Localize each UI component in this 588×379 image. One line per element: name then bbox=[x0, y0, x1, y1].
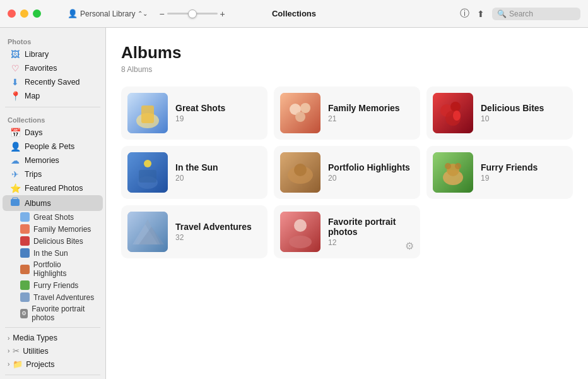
maximize-button[interactable] bbox=[33, 9, 41, 18]
album-card-in-the-sun[interactable]: In the Sun 20 bbox=[121, 146, 268, 199]
map-icon: 📍 bbox=[10, 91, 20, 101]
sidebar-sub-in-the-sun[interactable]: In the Sun bbox=[3, 247, 103, 259]
sidebar-sub-delicious-bites[interactable]: Delicious Bites bbox=[3, 235, 103, 247]
albums-icon bbox=[10, 197, 20, 209]
album-thumb-furry-friends bbox=[433, 152, 473, 193]
album-card-family-memories[interactable]: Family Memories 21 bbox=[274, 87, 420, 140]
album-info-in-the-sun: In the Sun 20 bbox=[175, 162, 261, 183]
svg-rect-0 bbox=[11, 199, 20, 206]
zoom-slider[interactable]: − + bbox=[159, 9, 225, 19]
album-info-great-shots: Great Shots 19 bbox=[175, 103, 261, 123]
svg-point-19 bbox=[294, 164, 307, 176]
album-count-badge: 21 bbox=[328, 114, 414, 123]
zoom-plus-icon[interactable]: + bbox=[220, 9, 225, 19]
chevron-right-icon: › bbox=[8, 361, 9, 368]
album-grid: Great Shots 19 Family Memories bbox=[121, 87, 573, 258]
great-shots-icon bbox=[20, 212, 30, 222]
album-count-badge: 12 bbox=[328, 238, 414, 247]
in-the-sun-icon bbox=[20, 248, 30, 258]
favorites-icon: ♡ bbox=[10, 63, 20, 73]
svg-point-23 bbox=[445, 163, 451, 169]
window-controls bbox=[8, 9, 41, 18]
svg-rect-16 bbox=[139, 170, 156, 183]
zoom-minus-icon[interactable]: − bbox=[159, 9, 164, 19]
sidebar-item-label: Featured Photos bbox=[25, 184, 83, 193]
sidebar-sub-family-memories[interactable]: Family Memories bbox=[3, 223, 103, 235]
sidebar-sub-furry-friends[interactable]: Furry Friends bbox=[3, 279, 103, 291]
svg-point-6 bbox=[300, 103, 310, 113]
trips-icon: ✈ bbox=[10, 169, 20, 179]
featured-photos-icon: ⭐ bbox=[10, 183, 20, 193]
album-thumb-in-the-sun bbox=[127, 152, 168, 193]
sidebar-item-days[interactable]: 📅 Days bbox=[3, 126, 103, 140]
app-body: Photos 🖼 Library ♡ Favorites ⬇ Recently … bbox=[0, 28, 588, 379]
share-icon[interactable]: ⬆ bbox=[477, 9, 485, 19]
sidebar-group-projects[interactable]: › 📁 Projects bbox=[3, 358, 103, 371]
travel-adventures-icon bbox=[20, 292, 30, 302]
sidebar-sub-portfolio-highlights[interactable]: Portfolio Highlights bbox=[3, 259, 103, 279]
sidebar-sub-label: Family Memories bbox=[33, 225, 91, 234]
main-content: Albums 8 Albums Great Shots 19 bbox=[106, 28, 588, 379]
recently-saved-icon: ⬇ bbox=[10, 77, 20, 87]
svg-point-7 bbox=[295, 112, 305, 122]
sidebar-sub-label: Travel Adventures bbox=[33, 293, 94, 302]
sidebar-sub-label: Great Shots bbox=[33, 213, 74, 222]
gear-icon[interactable]: ⚙ bbox=[405, 240, 414, 252]
sidebar-group-media-types[interactable]: › Media Types bbox=[3, 332, 103, 344]
favorite-portrait-icon: ⚙ bbox=[20, 309, 28, 318]
album-name: In the Sun bbox=[175, 162, 261, 172]
slider-track[interactable] bbox=[167, 13, 218, 15]
album-card-portfolio-highlights[interactable]: Portfolio Highlights 20 bbox=[274, 146, 420, 199]
sidebar-item-label: People & Pets bbox=[25, 142, 74, 151]
sidebar-item-label: Trips bbox=[25, 170, 42, 179]
sidebar-sub-favorite-portrait[interactable]: ⚙ Favorite portrait photos bbox=[3, 303, 103, 323]
album-card-furry-friends[interactable]: Furry Friends 19 bbox=[426, 146, 573, 199]
svg-point-12 bbox=[453, 111, 461, 121]
album-info-portfolio-highlights: Portfolio Highlights 20 bbox=[328, 162, 414, 183]
search-box[interactable]: 🔍 Search bbox=[492, 8, 580, 20]
sidebar-item-map[interactable]: 📍 Map bbox=[3, 89, 103, 103]
sidebar-sub-travel-adventures[interactable]: Travel Adventures bbox=[3, 291, 103, 303]
sidebar-item-memories[interactable]: ☁ Memories bbox=[3, 153, 103, 167]
slider-thumb[interactable] bbox=[188, 9, 197, 18]
library-selector[interactable]: 👤 Personal Library ⌃⌄ bbox=[68, 9, 148, 18]
album-card-great-shots[interactable]: Great Shots 19 bbox=[121, 87, 268, 140]
close-button[interactable] bbox=[8, 9, 16, 18]
sidebar-item-trips[interactable]: ✈ Trips bbox=[3, 167, 103, 181]
sidebar-item-label: Memories bbox=[25, 156, 59, 165]
sidebar-item-favorites[interactable]: ♡ Favorites bbox=[3, 61, 103, 75]
minimize-button[interactable] bbox=[20, 9, 28, 18]
svg-point-24 bbox=[455, 163, 461, 169]
album-thumb-travel-adventures bbox=[127, 212, 168, 252]
album-card-travel-adventures[interactable]: Travel Adventures 32 bbox=[121, 205, 268, 258]
delicious-bites-icon bbox=[20, 236, 30, 246]
memories-icon: ☁ bbox=[10, 155, 20, 165]
album-info-delicious-bites: Delicious Bites 10 bbox=[481, 103, 567, 123]
search-icon: 🔍 bbox=[497, 9, 507, 18]
sidebar-section-photos: Photos bbox=[0, 33, 105, 47]
sidebar-sub-great-shots[interactable]: Great Shots bbox=[3, 211, 103, 223]
sidebar-item-albums[interactable]: Albums bbox=[3, 195, 103, 211]
sidebar-group-utilities[interactable]: › ✂ Utilities bbox=[3, 344, 103, 358]
album-thumb-family-memories bbox=[280, 93, 320, 133]
sidebar-item-label: Library bbox=[25, 50, 49, 59]
days-icon: 📅 bbox=[10, 128, 20, 138]
album-name: Favorite portrait photos bbox=[328, 217, 414, 237]
album-info-favorite-portrait: Favorite portrait photos 12 bbox=[328, 217, 414, 247]
family-memories-icon bbox=[20, 224, 30, 234]
album-count-badge: 20 bbox=[328, 174, 414, 183]
sidebar-item-featured-photos[interactable]: ⭐ Featured Photos bbox=[3, 181, 103, 195]
sidebar-item-library[interactable]: 🖼 Library bbox=[3, 47, 103, 61]
album-card-favorite-portrait[interactable]: Favorite portrait photos 12 ⚙ bbox=[274, 205, 420, 258]
album-card-delicious-bites[interactable]: Delicious Bites 10 bbox=[426, 87, 573, 140]
titlebar-right: ⓘ ⬆ 🔍 Search bbox=[460, 8, 580, 20]
sidebar-item-recently-saved[interactable]: ⬇ Recently Saved bbox=[3, 75, 103, 89]
album-name: Portfolio Highlights bbox=[328, 162, 414, 172]
sidebar-item-people-pets[interactable]: 👤 People & Pets bbox=[3, 140, 103, 153]
info-icon[interactable]: ⓘ bbox=[460, 8, 469, 20]
album-thumb-great-shots bbox=[127, 93, 168, 133]
album-info-travel-adventures: Travel Adventures 32 bbox=[175, 222, 261, 242]
album-info-furry-friends: Furry Friends 19 bbox=[481, 162, 567, 183]
furry-friends-icon bbox=[20, 280, 30, 290]
portfolio-highlights-icon bbox=[20, 265, 30, 274]
